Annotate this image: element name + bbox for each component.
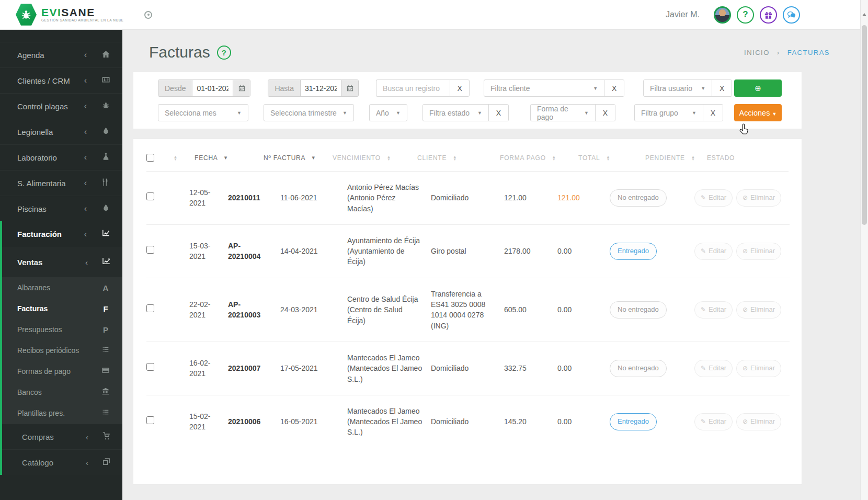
page-help-icon[interactable]: ? — [217, 46, 231, 60]
clear-usuario-button[interactable]: X — [712, 80, 732, 96]
filter-trimestre-select[interactable]: Selecciona trimestre▼ — [264, 105, 353, 121]
help-icon[interactable]: ? — [737, 6, 754, 24]
editar-button[interactable]: ✎Editar — [694, 189, 733, 207]
date-to-input[interactable] — [301, 80, 341, 96]
cell-total: 145.20 — [504, 395, 557, 448]
column-header-forma-pago[interactable]: FORMA PAGO▲▼ — [500, 154, 578, 162]
column-header-factura[interactable]: Nº FACTURA▾ — [264, 154, 333, 162]
estado-badge[interactable]: No entregado — [610, 301, 667, 319]
column-header-fecha[interactable]: FECHA▾ — [195, 154, 264, 162]
credit-card-icon — [100, 366, 111, 377]
acciones-button[interactable]: Acciones ▼ — [734, 104, 782, 121]
estado-badge[interactable]: Entregado — [610, 243, 657, 260]
sidebar-item-facturacion[interactable]: Facturación ‹ — [2, 221, 122, 247]
cell-pendiente: 121.00 — [557, 172, 610, 224]
chevron-left-icon: ‹ — [84, 101, 87, 111]
filter-mes-select[interactable]: Selecciona mes▼ — [158, 105, 248, 121]
cell-fecha: 22-02-2021 — [189, 278, 228, 342]
filter-forma-pago-select[interactable]: Forma de pago▼ — [531, 105, 595, 121]
editar-button[interactable]: ✎Editar — [694, 243, 733, 260]
cell-fecha: 16-02-2021 — [189, 342, 228, 395]
sidebar-item-albaranes[interactable]: Albaranes A — [2, 277, 122, 298]
sidebar-item-clientes-crm[interactable]: Clientes / CRM ‹ — [0, 67, 122, 93]
filter-cliente-select[interactable]: Filtra cliente▼ — [484, 80, 604, 96]
sidebar-item-ventas[interactable]: Ventas ‹ — [2, 247, 122, 277]
row-checkbox[interactable] — [146, 246, 154, 254]
row-checkbox[interactable] — [146, 363, 154, 371]
sidebar-item-control-plagas[interactable]: Control plagas ‹ — [0, 93, 122, 119]
cell-forma-pago: Domiciliado — [431, 395, 504, 448]
vertical-scrollbar[interactable] — [860, 0, 868, 500]
row-checkbox[interactable] — [146, 192, 154, 200]
calendar-icon[interactable] — [341, 80, 358, 96]
row-checkbox[interactable] — [146, 416, 154, 424]
sidebar-item-catalogo[interactable]: Catálogo ‹ — [2, 449, 122, 475]
edit-icon: ✎ — [701, 365, 706, 372]
estado-badge[interactable]: No entregado — [610, 360, 667, 377]
sidebar-item-compras[interactable]: Compras ‹ — [2, 424, 122, 449]
eliminar-button[interactable]: ⊘Eliminar — [736, 301, 781, 319]
breadcrumb-current[interactable]: FACTURAS — [787, 49, 830, 56]
filter-grupo-group: Filtra grupo▼ X — [634, 104, 723, 121]
sidebar-item-agenda[interactable]: Agenda ‹ — [0, 42, 122, 67]
select-all-checkbox[interactable] — [146, 154, 154, 162]
sidebar-item-plantillas-pres[interactable]: Plantillas pres. — [2, 403, 122, 424]
sidebar-item-recibos-periodicos[interactable]: Recibos periódicos — [2, 340, 122, 361]
brand-logo[interactable]: EVISANE GESTIÓN SANIDAD AMBIENTAL EN LA … — [16, 3, 123, 26]
scrollbar-thumb[interactable] — [862, 25, 867, 225]
estado-badge[interactable]: No entregado — [610, 189, 667, 207]
filter-usuario-select[interactable]: Filtra usuario▼ — [644, 80, 712, 96]
editar-button[interactable]: ✎Editar — [694, 301, 733, 319]
eliminar-button[interactable]: ⊘Eliminar — [736, 189, 781, 207]
droplet-icon — [100, 127, 111, 138]
user-name[interactable]: Javier M. — [666, 10, 700, 19]
clear-grupo-button[interactable]: X — [703, 105, 723, 121]
clear-forma-pago-button[interactable]: X — [595, 105, 615, 121]
bank-icon — [100, 387, 111, 397]
filter-mes-group: Selecciona mes▼ — [158, 104, 248, 121]
chat-icon[interactable] — [783, 6, 800, 24]
calendar-icon[interactable] — [233, 80, 250, 96]
sidebar-toggle-icon[interactable] — [144, 11, 152, 19]
breadcrumb-home[interactable]: INICIO — [744, 49, 770, 56]
sidebar-item-presupuestos[interactable]: Presupuestos P — [2, 319, 122, 340]
filter-grupo-select[interactable]: Filtra grupo▼ — [635, 105, 703, 121]
editar-button[interactable]: ✎Editar — [694, 360, 733, 377]
search-input[interactable] — [376, 79, 450, 97]
sidebar-item-facturas[interactable]: Facturas F — [2, 298, 122, 319]
flask-icon — [100, 152, 111, 163]
clear-search-button[interactable]: X — [450, 79, 470, 97]
column-header-vencimiento[interactable]: VENCIMIENTO▲▼ — [333, 154, 417, 162]
clear-cliente-button[interactable]: X — [604, 80, 624, 96]
column-header-pendiente[interactable]: PENDIENTE▲▼ — [645, 154, 707, 162]
add-invoice-button[interactable]: ⊕ — [734, 79, 782, 97]
column-header-estado[interactable]: ESTADO — [707, 154, 789, 162]
sort-icon[interactable]: ▲▼ — [167, 155, 195, 161]
sidebar-item-bancos[interactable]: Bancos — [2, 382, 122, 403]
sidebar-item-legionella[interactable]: Legionella ‹ — [0, 119, 122, 144]
sidebar-item-formas-de-pago[interactable]: Formas de pago — [2, 361, 122, 382]
scroll-up-icon[interactable] — [862, 13, 866, 16]
eliminar-button[interactable]: ⊘Eliminar — [736, 413, 781, 430]
eliminar-button[interactable]: ⊘Eliminar — [736, 360, 781, 377]
filter-anio-select[interactable]: Año▼ — [370, 105, 407, 121]
brand-hexagon-bug-icon — [16, 3, 37, 26]
avatar[interactable] — [714, 6, 731, 24]
caret-down-icon: ▾ — [312, 154, 315, 161]
eliminar-button[interactable]: ⊘Eliminar — [736, 243, 781, 260]
filter-estado-select[interactable]: Filtra estado▼ — [423, 105, 488, 121]
sidebar-item-piscinas[interactable]: Piscinas ‹ — [0, 196, 122, 221]
letter-f-icon: F — [100, 304, 111, 313]
row-checkbox[interactable] — [146, 304, 154, 312]
cell-vencimiento: 16-05-2021 — [280, 395, 347, 448]
date-from-input[interactable] — [192, 80, 233, 96]
gift-icon[interactable] — [760, 6, 777, 24]
clear-estado-button[interactable]: X — [488, 105, 508, 121]
sidebar-item-s-alimentaria[interactable]: S. Alimentaria ‹ — [0, 170, 122, 196]
editar-button[interactable]: ✎Editar — [694, 413, 733, 430]
column-header-cliente[interactable]: CLIENTE▲▼ — [417, 154, 500, 162]
column-header-total[interactable]: TOTAL▲▼ — [578, 154, 645, 162]
sidebar-item-laboratorio[interactable]: Laboratorio ‹ — [0, 144, 122, 170]
caret-down-icon: ▼ — [701, 86, 705, 91]
estado-badge[interactable]: Entregado — [610, 413, 657, 430]
